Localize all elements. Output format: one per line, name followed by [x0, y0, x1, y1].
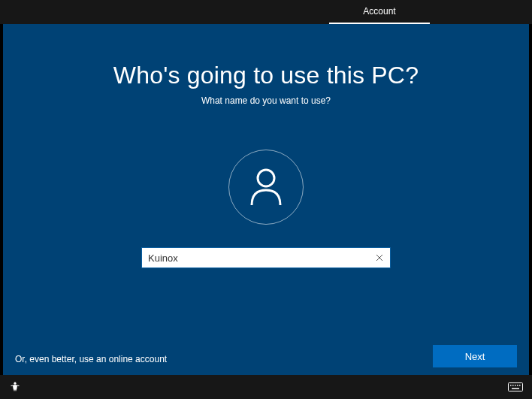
keyboard-layout-button[interactable] [508, 382, 523, 391]
tab-account[interactable]: Account [329, 0, 430, 24]
svg-rect-7 [519, 385, 521, 386]
ease-of-access-button[interactable] [9, 381, 21, 393]
username-input[interactable] [142, 248, 369, 268]
page-subtitle: What name do you want to use? [201, 95, 331, 106]
page-title: Who's going to use this PC? [113, 62, 419, 89]
svg-rect-6 [517, 385, 518, 386]
username-field-container [141, 247, 391, 268]
svg-rect-5 [515, 385, 516, 386]
use-online-account-link[interactable]: Or, even better, use an online account [15, 354, 167, 364]
avatar-placeholder [228, 150, 304, 225]
svg-rect-8 [512, 388, 519, 390]
title-bar: Account [0, 0, 532, 24]
next-button[interactable]: Next [433, 345, 517, 367]
svg-point-0 [258, 170, 274, 186]
keyboard-icon [508, 382, 523, 391]
main-content: Who's going to use this PC? What name do… [3, 24, 529, 375]
svg-rect-2 [509, 383, 523, 391]
person-icon [248, 168, 284, 207]
tab-label: Account [363, 6, 395, 17]
close-icon [376, 254, 383, 261]
svg-point-1 [14, 382, 16, 385]
svg-rect-4 [512, 385, 514, 386]
accessibility-icon [9, 381, 21, 393]
bottom-toolbar [0, 375, 532, 399]
svg-rect-3 [510, 385, 512, 386]
clear-input-button[interactable] [369, 247, 390, 268]
